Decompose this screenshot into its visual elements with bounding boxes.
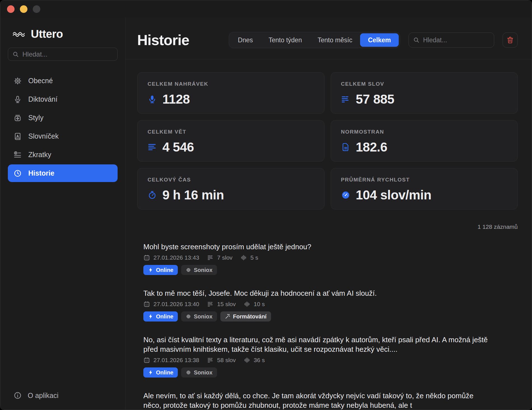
badge-formatovani: Formátování <box>220 311 271 322</box>
history-entry[interactable]: No, asi číst kvalitní texty a literaturu… <box>143 335 518 378</box>
sidebar-nav: Obecné Diktování Styly Slovníček Zkratky <box>8 72 118 182</box>
chip-icon <box>186 370 191 375</box>
timer-icon <box>148 190 157 200</box>
sidebar-item-diktovani[interactable]: Diktování <box>8 90 118 108</box>
badge-online: Online <box>143 265 178 275</box>
gauge-icon <box>341 190 350 200</box>
records-count: 1 128 záznamů <box>137 223 518 230</box>
sidebar-item-obecne[interactable]: Obecné <box>8 72 118 90</box>
document-icon <box>341 143 350 152</box>
filter-celkem[interactable]: Celkem <box>360 33 399 47</box>
waveform-icon <box>240 254 247 261</box>
chip-icon <box>186 267 191 273</box>
history-content: CELKEM NAHRÁVEK 1128 CELKEM SLOV 57 885 <box>125 59 532 410</box>
entry-text: Ale nevím, to ať si každý dělá, co chce.… <box>143 391 488 410</box>
entry-meta: 27.01.2026 13:43 7 slov 5 s <box>143 254 518 261</box>
filter-tento-tyden[interactable]: Tento týden <box>261 33 310 47</box>
page-title: Historie <box>137 32 189 48</box>
calendar-icon <box>143 254 150 261</box>
history-entry[interactable]: Mohl byste screenshoty prosím udělat ješ… <box>143 242 518 275</box>
sidebar-item-zkratky[interactable]: Zkratky <box>8 146 118 164</box>
entry-badges: Online Soniox <box>143 367 518 378</box>
badge-online: Online <box>143 367 178 378</box>
microphone-icon <box>13 95 22 104</box>
stat-value: 104 slov/min <box>356 187 431 202</box>
calendar-icon <box>143 301 150 308</box>
sidebar: Uttero Obecné Diktování Styly <box>0 18 125 410</box>
trash-icon <box>506 36 514 44</box>
entry-date: 27.01.2026 13:40 <box>153 301 199 308</box>
wave-logo-icon <box>12 29 26 40</box>
sidebar-item-label: Obecné <box>28 77 53 85</box>
stat-card-celkovy-cas: CELKOVÝ ČAS 9 h 16 min <box>137 168 325 209</box>
close-button[interactable] <box>7 5 15 13</box>
sidebar-item-historie[interactable]: Historie <box>8 164 118 182</box>
stat-label: CELKOVÝ ČAS <box>148 177 314 183</box>
dictionary-book-icon <box>13 132 22 141</box>
about-app-label: O aplikaci <box>28 392 59 400</box>
entry-words: 58 slov <box>217 357 236 364</box>
bolt-icon <box>148 370 153 375</box>
time-filter-segmented-control: Dnes Tento týden Tento měsíc Celkem <box>229 32 400 48</box>
entry-text: No, asi číst kvalitní texty a literaturu… <box>143 335 488 354</box>
stats-grid: CELKEM NAHRÁVEK 1128 CELKEM SLOV 57 885 <box>137 72 518 209</box>
stat-value: 57 885 <box>356 92 395 107</box>
history-entry[interactable]: Tak to mě moc těší, Josefe. Moc děkuji z… <box>143 288 518 322</box>
info-icon <box>13 391 22 400</box>
stat-label: CELKEM VĚT <box>148 129 314 135</box>
entry-text: Tak to mě moc těší, Josefe. Moc děkuji z… <box>143 288 488 298</box>
about-app-button[interactable]: O aplikaci <box>8 391 118 400</box>
waveform-icon <box>244 357 250 364</box>
stat-value: 9 h 16 min <box>162 187 224 202</box>
main-panel: Historie Dnes Tento týden Tento měsíc Ce… <box>125 18 532 410</box>
sidebar-search[interactable] <box>8 48 118 61</box>
sidebar-item-label: Slovníček <box>28 132 59 140</box>
stat-card-prumerna-rychlost: PRŮMĚRNÁ RYCHLOST 104 slov/min <box>331 168 518 209</box>
stat-value: 4 546 <box>162 139 194 155</box>
history-entry[interactable]: Ale nevím, to ať si každý dělá, co chce.… <box>143 391 518 410</box>
entry-words: 7 slov <box>217 254 233 261</box>
history-search[interactable] <box>409 32 494 48</box>
microphone-icon <box>148 95 157 104</box>
delete-history-button[interactable] <box>503 32 518 48</box>
word-lines-icon <box>207 357 214 364</box>
entry-date: 27.01.2026 13:43 <box>153 254 199 261</box>
bolt-icon <box>148 314 153 319</box>
stat-card-celkem-nahravek: CELKEM NAHRÁVEK 1128 <box>137 72 325 114</box>
calendar-icon <box>143 357 150 364</box>
sidebar-item-styly[interactable]: Styly <box>8 109 118 127</box>
titlebar <box>0 0 532 18</box>
minimize-button[interactable] <box>20 5 27 13</box>
sidebar-item-slovnicek[interactable]: Slovníček <box>8 127 118 145</box>
entry-badges: Online Soniox <box>143 265 518 275</box>
app-window: Uttero Obecné Diktování Styly <box>0 0 532 410</box>
page-header: Historie Dnes Tento týden Tento měsíc Ce… <box>125 32 532 59</box>
stat-label: CELKEM SLOV <box>341 81 508 87</box>
word-lines-icon <box>207 301 214 308</box>
entry-text: Mohl byste screenshoty prosím udělat ješ… <box>143 242 488 251</box>
stat-label: CELKEM NAHRÁVEK <box>148 81 314 87</box>
entry-badges: Online Soniox Formátování <box>143 311 518 322</box>
traffic-lights <box>7 5 40 13</box>
badge-online: Online <box>143 311 178 322</box>
entry-date: 27.01.2026 13:38 <box>153 357 199 364</box>
zoom-button[interactable] <box>33 5 40 13</box>
sidebar-search-input[interactable] <box>22 50 113 58</box>
entry-words: 15 slov <box>217 301 236 308</box>
entry-meta: 27.01.2026 13:38 58 slov 36 s <box>143 357 518 364</box>
badge-soniox: Soniox <box>181 311 217 322</box>
gear-icon <box>13 77 22 85</box>
wand-icon <box>225 314 230 319</box>
app-name: Uttero <box>31 28 63 40</box>
stat-label: PRŮMĚRNÁ RYCHLOST <box>341 177 508 183</box>
filter-tento-mesic[interactable]: Tento měsíc <box>310 33 360 47</box>
history-search-input[interactable] <box>423 36 490 44</box>
filter-dnes[interactable]: Dnes <box>230 33 261 47</box>
stat-card-normostran: NORMOSTRAN 182.6 <box>331 120 518 162</box>
badge-soniox: Soniox <box>181 367 217 378</box>
entry-duration: 10 s <box>254 301 265 308</box>
align-left-icon <box>148 143 157 152</box>
word-lines-icon <box>207 254 214 261</box>
entry-duration: 36 s <box>254 357 265 364</box>
stat-value: 182.6 <box>356 139 388 155</box>
